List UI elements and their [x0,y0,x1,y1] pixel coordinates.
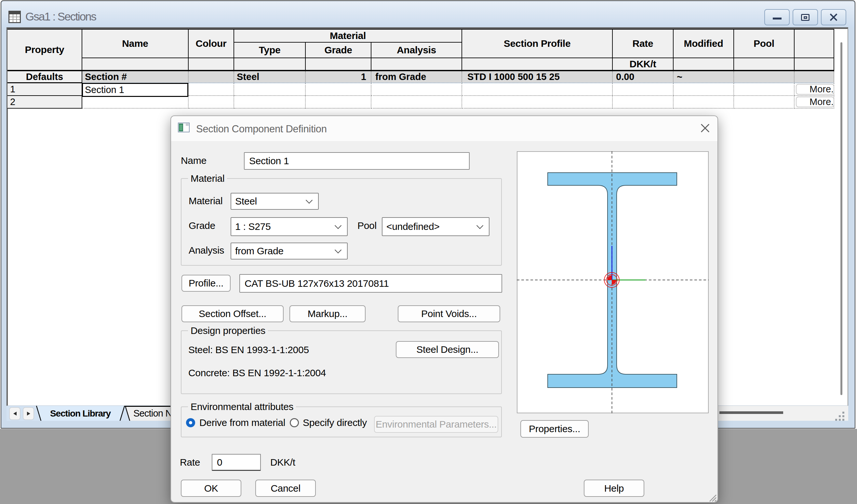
svg-text:Section Library: Section Library [50,408,111,419]
